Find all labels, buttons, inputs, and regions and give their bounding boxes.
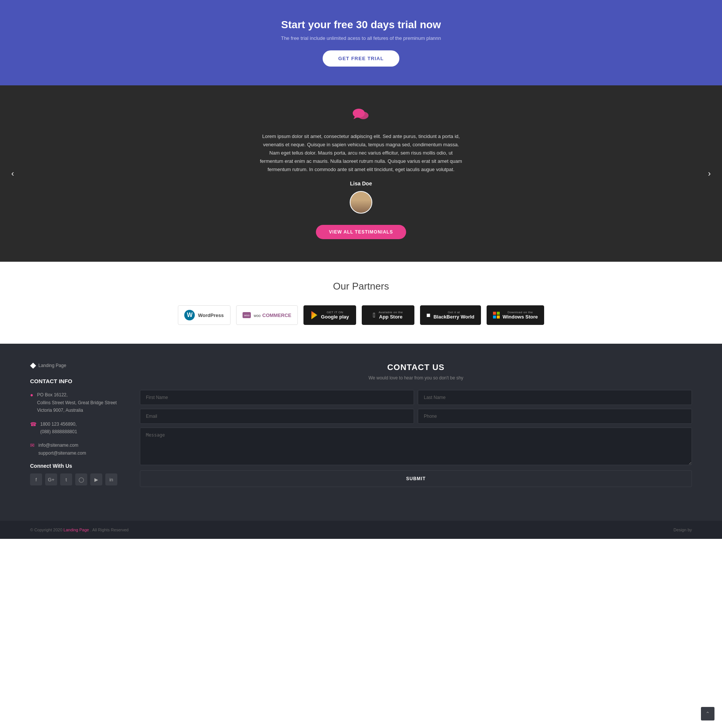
phone-icon: ☎ [30,421,37,427]
windows-store-logo: Download on the Windows Store [486,305,545,325]
apple-icon:  [373,311,376,319]
app-store-text: Available on the App Store [379,310,403,320]
email-icon: ✉ [30,442,35,448]
phone-item: ☎ 1800 123 456890, (088) 8888888801 [30,421,117,436]
connect-title: Connect With Us [30,463,117,469]
avatar [350,191,372,214]
contact-us-subtext: We would love to hear from you so don't … [140,375,692,381]
address-item: ● PO Box 16122, Collins Street West, Gre… [30,391,117,414]
contact-form-column: CONTACT US We would love to hear from yo… [140,362,692,487]
trial-subtext: The free trial include unlimited acess t… [8,35,714,41]
svg-rect-7 [497,312,500,315]
google-play-text: GET IT ON Google play [321,310,349,320]
google-play-logo: GET IT ON Google play [303,305,356,325]
testimonial-quote: Lorem ipsum dolor sit amet, consectetur … [260,132,462,174]
svg-rect-8 [493,315,496,318]
twitter-icon[interactable]: t [60,473,72,485]
testimonial-author: Lisa Doe [260,180,462,187]
blackberry-icon: ■ [427,311,431,319]
contact-info-column: Landing Page CONTACT INFO ● PO Box 16122… [30,362,117,487]
form-name-row [140,390,692,405]
submit-button[interactable]: SUBMIT [140,470,692,487]
partners-section: Our Partners W WordPress woo woo COMMERC… [0,262,722,344]
svg-marker-5 [311,311,317,319]
google-play-icon [311,311,318,319]
email-item: ✉ info@sitename.com support@sitename.com [30,442,117,457]
trial-section: Start your free 30 days trial now The fr… [0,0,722,86]
footer-design-credit: Design by [673,528,692,532]
testimonial-section: ‹ Lorem ipsum dolor sit amet, consectetu… [0,86,722,262]
blackberry-text: Get it at BlackBerry World [434,310,474,320]
footer-copyright: © Copyright 2020 Landing Page . All Righ… [30,528,128,532]
windows-store-text: Download on the Windows Store [503,310,538,320]
wp-text: WordPress [198,312,223,318]
footer-bar: © Copyright 2020 Landing Page . All Righ… [0,521,722,539]
linkedin-icon[interactable]: in [105,473,117,485]
woo-text: woo COMMERCE [254,312,291,318]
wordpress-logo: W WordPress [178,305,231,325]
svg-text:woo: woo [244,314,250,317]
map-pin-icon: ● [30,392,33,398]
get-free-trial-button[interactable]: GET FREE TRIAL [323,50,400,67]
last-name-input[interactable] [418,390,692,405]
svg-rect-9 [497,315,500,318]
address-text: PO Box 16122, Collins Street West, Great… [37,391,116,414]
partners-heading: Our Partners [8,280,714,292]
svg-point-1 [358,112,369,119]
wp-icon: W [184,310,195,320]
social-icons: f G+ t ◯ ▶ in [30,473,117,485]
app-store-logo:  Available on the App Store [362,305,415,325]
carousel-next-button[interactable]: › [708,169,711,179]
contact-us-heading: CONTACT US [140,362,692,372]
email-text: info@sitename.com support@sitename.com [38,442,86,457]
instagram-icon[interactable]: ◯ [75,473,87,485]
contact-top: Landing Page CONTACT INFO ● PO Box 16122… [30,362,692,487]
testimonial-inner: Lorem ipsum dolor sit amet, consectetur … [260,108,462,239]
logo-text: Landing Page [38,363,66,368]
logo-area: Landing Page [30,362,117,369]
logo-diamond-icon [30,362,36,369]
carousel-prev-button[interactable]: ‹ [11,169,14,179]
email-input[interactable] [140,409,414,424]
contact-section: Landing Page CONTACT INFO ● PO Box 16122… [0,344,722,521]
contact-info-heading: CONTACT INFO [30,378,117,384]
avatar-image [350,192,372,213]
svg-rect-6 [493,312,496,315]
chat-icon [260,108,462,125]
footer-brand-link[interactable]: Landing Page [64,528,89,532]
trial-heading: Start your free 30 days trial now [8,19,714,31]
first-name-input[interactable] [140,390,414,405]
phone-input[interactable] [418,409,692,424]
partners-logos: W WordPress woo woo COMMERCE [8,305,714,325]
facebook-icon[interactable]: f [30,473,42,485]
phone-text: 1800 123 456890, (088) 8888888801 [40,421,77,436]
message-textarea[interactable] [140,428,692,465]
windows-icon [493,312,500,318]
view-all-testimonials-button[interactable]: VIEW ALL TESTIMONIALS [316,225,406,239]
form-contact-row [140,409,692,424]
woo-icon: woo [243,312,251,318]
blackberry-logo: ■ Get it at BlackBerry World [420,305,481,325]
google-plus-icon[interactable]: G+ [45,473,57,485]
youtube-icon[interactable]: ▶ [90,473,102,485]
woocommerce-logo: woo woo COMMERCE [236,305,298,325]
